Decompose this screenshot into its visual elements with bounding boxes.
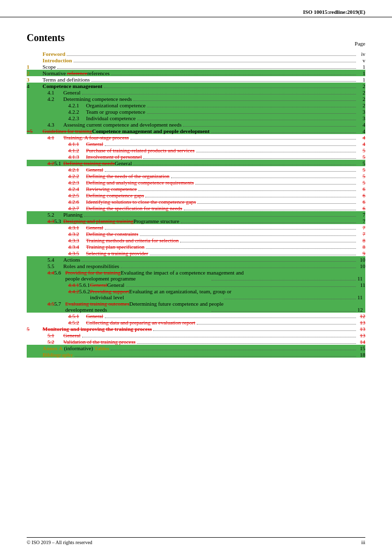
contents-header: Contents Page bbox=[27, 32, 365, 46]
toc-entry-s435b: 4.3.5Selecting a training provider9 bbox=[27, 250, 365, 256]
toc-entry-s3: 3Terms and definitions1 bbox=[27, 76, 365, 83]
toc-entry-s413b: 4.1.3Involvement of personnel5 bbox=[27, 153, 365, 160]
toc-entry-s42: 4.2Determining competence needs2 bbox=[27, 95, 365, 102]
toc-entry-s411b: 4.1.1General4 bbox=[27, 140, 365, 147]
toc-entry-s424b: 4.2.4Reviewing competence6 bbox=[27, 185, 365, 192]
toc-entry-introduction: Introductionv bbox=[27, 57, 365, 63]
toc-entry-s431b: 4.3.1General7 bbox=[27, 224, 365, 231]
document-title: ISO 10015:redline:2019(E) bbox=[303, 9, 365, 15]
toc-entry-s5old: 5Monitoring and improving the training p… bbox=[27, 325, 365, 332]
toc-entry-s434b: 4.3.4Training plan specification8 bbox=[27, 243, 365, 250]
toc-entry-s421: 4.2.1Organizational competence2 bbox=[27, 102, 365, 108]
toc-entry-s427b: 4.2.7Defining the specification for trai… bbox=[27, 205, 365, 211]
toc-entry-s425b: 4.2.5Defining competence gaps6 bbox=[27, 192, 365, 198]
toc-entry-s433b: 4.3.3Training methods and criteria for s… bbox=[27, 237, 365, 243]
toc-entry-s54: 5.4Actions10 bbox=[27, 256, 365, 263]
toc-entry-s52old: 5.2Validation of the training process14 bbox=[27, 338, 365, 345]
toc-entry-biblio: Bibliography18 bbox=[27, 351, 365, 358]
toc-entry-s43b53: 4.35.3Designing and planning trainingPro… bbox=[27, 218, 365, 224]
toc-entry-s421b: 4.2.1General5 bbox=[27, 166, 365, 173]
toc-entry-s43: 4.3Assessing current competence and deve… bbox=[27, 121, 365, 128]
page-header: ISO 10015:redline:2019(E) bbox=[0, 0, 392, 17]
page-label: Page bbox=[355, 41, 365, 46]
footer-copyright: © ISO 2019 – All rights reserved bbox=[27, 540, 92, 545]
toc-entry-s422: 4.2.2Team or group competence3 bbox=[27, 108, 365, 115]
toc-entry-foreword: Forewordiv bbox=[27, 50, 365, 57]
toc-entry-s423: 4.2.3Individual competence3 bbox=[27, 115, 365, 121]
contents-title: Contents bbox=[27, 32, 65, 44]
toc-entry-s423b: 4.2.3Defining and analysing competence r… bbox=[27, 179, 365, 185]
toc-entry-s452b: 4.5.2Collecting data and preparing an ev… bbox=[27, 319, 365, 325]
toc-entry-s426b: 4.2.6Identifying solutions to close the … bbox=[27, 198, 365, 205]
toc-entry-s451b: 4.5.1General12 bbox=[27, 313, 365, 319]
toc-entry-annexa: Annex A (informative) Tables15 bbox=[27, 345, 365, 351]
toc-entry-s41: 4.1General2 bbox=[27, 89, 365, 95]
toc-entry-s45b57: 4.55.7Evaluating training outcomesDeterm… bbox=[27, 300, 365, 313]
footer-page: iii bbox=[361, 540, 365, 545]
toc-entry-s432b: 4.3.2Defining the constraints7 bbox=[27, 231, 365, 237]
page-content: Contents Page ForewordivIntroductionv1Sc… bbox=[0, 17, 392, 377]
toc-entry-s441b561: 4.4.15.6.1GeneralGeneral11 bbox=[27, 281, 365, 288]
toc-entry-s42b51: 4.25.1Defining training needsGeneral5 bbox=[27, 160, 365, 166]
toc-entry-s4: 4Competence management2 bbox=[27, 83, 365, 89]
page-footer: © ISO 2019 – All rights reserved iii bbox=[27, 537, 365, 545]
toc-entry-s52: 5.2Planning7 bbox=[27, 211, 365, 218]
toc-entry-s412b: 4.1.2Purchase of training-related produc… bbox=[27, 147, 365, 153]
toc-entry-s2: 2Normative referencereferences1 bbox=[27, 70, 365, 76]
toc-entry-s1: 1Scope1 bbox=[27, 63, 365, 70]
toc-entry-s51old: 5.1General13 bbox=[27, 332, 365, 338]
toc-entry-s422b: 4.2.2Defining the needs of the organizat… bbox=[27, 173, 365, 179]
toc-entry-s44b56: 4.45.6Providing for the trainingEvaluati… bbox=[27, 269, 365, 281]
toc-entry-s5: +5Guidelines for trainingCompetence mana… bbox=[27, 128, 365, 134]
toc-entry-s442b562: 4.4.25.6.2Providing supportEvaluating at… bbox=[27, 288, 365, 300]
toc-entry-s55: 5.5Roles and responsibilities10 bbox=[27, 263, 365, 269]
toc-container: ForewordivIntroductionv1Scope12Normative… bbox=[27, 50, 365, 358]
toc-entry-s41b: 4.1Training. A four-stage process4 bbox=[27, 134, 365, 140]
